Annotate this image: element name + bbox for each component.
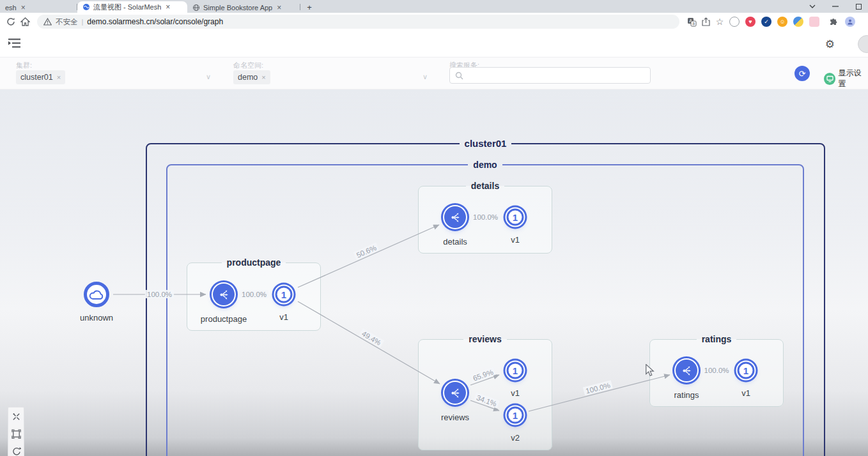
app-header: ⚙ [0,31,868,57]
graph-zoom-controls [8,407,24,456]
node-label: v1 [511,235,520,245]
search-icon [455,72,463,80]
tab-close-icon[interactable]: × [164,3,171,11]
node-label: v1 [741,388,750,398]
node-label: v1 [511,388,520,398]
not-secure-warning-icon [43,18,52,26]
display-settings-icon [824,73,835,85]
cluster-filter-label: 集群: [16,61,32,70]
namespace-title: demo [468,160,502,170]
service-node-icon[interactable] [676,360,697,381]
service-title: details [466,181,504,191]
address-bar[interactable]: 不安全 | demo.solarmesh.cn/solar/console/gr… [37,15,679,29]
filter-bar: 集群: cluster01 × ∨ 命名空间: demo × ∨ 搜索服务: [0,57,868,89]
header-avatar[interactable] [858,35,868,53]
extension-orange-icon[interactable]: ☺ [777,17,787,27]
extension-pink-icon[interactable] [809,17,819,27]
extension-check-icon[interactable]: ✓ [761,17,771,27]
service-node-icon[interactable] [444,206,466,228]
browser-tab-1[interactable]: esh × [0,2,77,13]
node-label: details [443,237,467,247]
browser-toolbar: 不安全 | demo.solarmesh.cn/solar/console/gr… [0,13,868,31]
minimize-icon[interactable] [831,2,840,11]
window-controls [808,0,863,13]
display-settings-button[interactable]: 显示设置 [824,68,868,89]
workload-count-badge[interactable]: 1 [275,286,293,303]
chip-remove-icon[interactable]: × [57,73,61,81]
extension-blueyellow-icon[interactable] [793,17,803,27]
workload-count-badge[interactable]: 1 [738,362,755,379]
extensions-row: ♥ ✓ ☺ [729,15,855,29]
service-node-icon[interactable] [444,382,466,404]
tab-close-icon[interactable]: × [275,4,283,11]
profile-avatar[interactable] [845,17,855,27]
extension-red-icon[interactable]: ♥ [745,17,756,27]
workload-count-badge[interactable]: 1 [507,407,524,424]
fullscreen-toggle-icon[interactable] [10,411,22,422]
service-group-ratings: ratings [649,334,784,407]
workload-count-badge[interactable]: 1 [507,209,524,226]
service-group-reviews: reviews [418,334,552,450]
service-node-icon[interactable] [213,284,235,305]
chip-remove-icon[interactable]: × [261,73,265,81]
extensions-puzzle-icon[interactable] [825,15,839,29]
globe-favicon [192,4,200,11]
gear-icon[interactable]: ⚙ [825,38,835,51]
node-label: unknown [80,313,113,323]
cluster-select-chevron-icon[interactable]: ∨ [206,73,211,81]
cloud-icon[interactable] [84,282,109,307]
display-settings-text: 显示设置 [838,68,868,89]
namespace-chip-value: demo [238,73,258,82]
svg-text:a: a [692,21,695,26]
bookmark-star-icon[interactable]: ☆ [713,15,727,29]
namespace-filter-chip[interactable]: demo × [233,70,270,84]
url-text[interactable]: demo.solarmesh.cn/solar/console/graph [87,17,223,26]
namespace-select-chevron-icon[interactable]: ∨ [422,73,428,81]
share-icon[interactable] [699,15,713,29]
cluster-title: cluster01 [460,138,512,149]
restore-window-icon[interactable] [854,2,863,11]
menu-unfold-icon[interactable] [8,38,20,51]
extension-grey-icon[interactable] [729,17,740,27]
workload-count-badge[interactable]: 1 [507,362,524,379]
node-label: v1 [279,312,288,322]
service-title: reviews [463,334,506,344]
node-label: reviews [441,413,469,422]
cluster-chip-value: cluster01 [20,73,53,82]
refresh-button[interactable]: ⟳ [794,66,810,81]
browser-tab-3[interactable]: Simple Bookstore App × [187,2,300,13]
reload-icon[interactable] [4,15,18,29]
tab-title: esh [5,4,17,11]
browser-tab-strip: esh × 流量视图 - SolarMesh × Simple Bookstor… [0,0,868,13]
new-tab-button[interactable]: + [304,2,314,12]
node-label: v2 [511,433,520,443]
search-service-input[interactable] [449,67,651,84]
chevron-down-icon[interactable] [808,2,817,11]
browser-tab-2-active[interactable]: 流量视图 - SolarMesh × [77,1,187,13]
tab-separator [300,4,300,10]
service-title: productpage [222,257,286,268]
url-separator: | [82,18,84,26]
home-icon[interactable] [18,15,32,29]
fit-view-icon[interactable] [10,428,22,439]
service-group-details: details [418,181,552,254]
namespace-filter-label: 命名空间: [233,61,263,70]
cluster-filter-chip[interactable]: cluster01 × [16,70,65,84]
node-label: ratings [674,390,699,400]
tab-title: Simple Bookstore App [203,4,272,11]
tab-close-icon[interactable]: × [20,4,27,11]
node-label: productpage [201,314,247,324]
reset-view-icon[interactable] [10,445,22,456]
security-label[interactable]: 不安全 [56,17,78,27]
solarmesh-favicon [82,3,90,11]
service-title: ratings [697,334,737,344]
traffic-graph-canvas[interactable]: 100.0%100.0%50.6%49.4%100.0%65.9%34.1%10… [0,89,868,456]
translate-icon[interactable]: Aa [685,15,699,29]
tab-title: 流量视图 - SolarMesh [93,3,161,12]
